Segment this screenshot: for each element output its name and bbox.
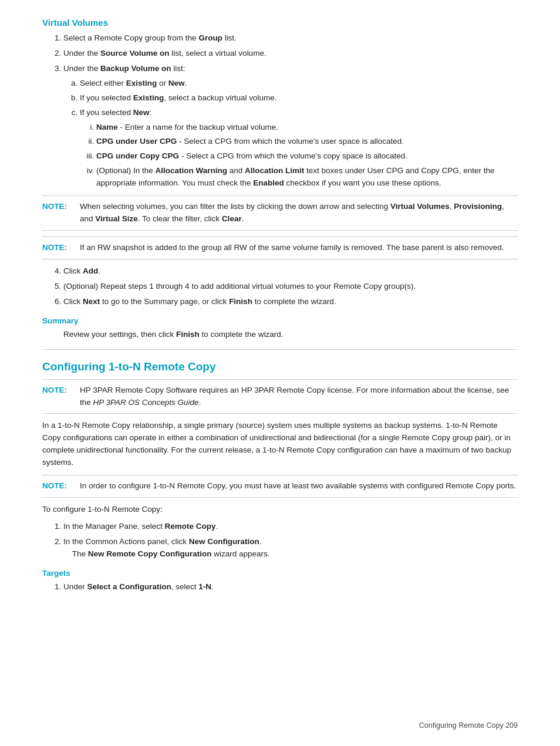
list-item: (Optional) In the Allocation Warning and… <box>96 165 518 190</box>
targets-section: Targets Under Select a Configuration, se… <box>42 569 518 593</box>
bold-text: Existing <box>133 93 164 102</box>
configuring-body1: In a 1-to-N Remote Copy relationship, a … <box>42 420 518 469</box>
list-item: If you selected New: Name - Enter a name… <box>80 107 518 190</box>
bold-text: Name <box>96 123 118 131</box>
summary-heading: Summary <box>42 316 518 325</box>
configuring-steps: In the Manager Pane, select Remote Copy.… <box>63 521 518 561</box>
bold-text: Provisioning <box>454 202 502 211</box>
note-label: NOTE: <box>42 384 73 397</box>
bold-text: New <box>133 108 150 117</box>
note-text: When selecting volumes, you can filter t… <box>80 201 518 225</box>
note-label: NOTE: <box>42 201 73 213</box>
bold-text: Clear <box>222 214 242 223</box>
note-label: NOTE: <box>42 480 73 492</box>
targets-heading: Targets <box>42 569 518 578</box>
note-text: In order to configure 1-to-N Remote Copy… <box>80 480 518 492</box>
note-label: NOTE: <box>42 242 73 254</box>
bold-text: Remote Copy <box>165 522 216 531</box>
summary-body: Review your settings, then click Finish … <box>63 329 518 341</box>
list-item: Click Next to go to the Summary page, or… <box>63 296 518 308</box>
bold-text: Enabled <box>253 178 284 187</box>
note-block-4: NOTE: In order to configure 1-to-N Remot… <box>42 475 518 498</box>
targets-list: Under Select a Configuration, select 1-N… <box>63 581 518 593</box>
list-item: Name - Enter a name for the backup virtu… <box>96 121 518 134</box>
bold-text: Add <box>83 266 98 275</box>
page-content: Virtual Volumes Select a Remote Copy gro… <box>0 0 560 637</box>
bold-text: CPG under User CPG <box>96 137 177 146</box>
bold-text: CPG under Copy CPG <box>96 151 179 160</box>
list-item: Click Add. <box>63 265 518 278</box>
sub-list-roman: Name - Enter a name for the backup virtu… <box>96 121 518 190</box>
list-item: CPG under User CPG - Select a CPG from w… <box>96 136 518 148</box>
list-item: If you selected Existing, select a backu… <box>80 92 518 104</box>
virtual-volumes-list-continued: Click Add. (Optional) Repeat steps 1 thr… <box>63 265 518 308</box>
note-block-1: NOTE: When selecting volumes, you can fi… <box>42 195 518 231</box>
note-block-3: NOTE: HP 3PAR Remote Copy Software requi… <box>42 379 518 414</box>
bold-text: Source Volume on <box>100 49 170 58</box>
list-item: Under the Backup Volume on list: Select … <box>63 63 518 190</box>
list-item: Under the Source Volume on list, select … <box>63 48 518 60</box>
bold-text: New <box>168 79 185 87</box>
bold-text: Allocation Warning <box>156 166 228 175</box>
italic-text: HP 3PAR OS Concepts Guide <box>93 398 199 407</box>
list-item: Select a Remote Copy group from the Grou… <box>63 32 518 45</box>
note-text: If an RW snapshot is added to the group … <box>80 242 518 254</box>
summary-section: Summary Review your settings, then click… <box>42 316 518 341</box>
list-item: Select either Existing or New. <box>80 77 518 90</box>
page-footer: Configuring Remote Copy 209 <box>419 721 518 730</box>
bold-text: Group <box>198 33 222 42</box>
note-text: HP 3PAR Remote Copy Software requires an… <box>80 384 518 409</box>
bold-text: 1-N <box>198 582 211 591</box>
bold-text: Select a Configuration <box>87 582 171 591</box>
bold-text: Next <box>83 297 100 306</box>
list-item: In the Common Actions panel, click New C… <box>63 536 518 561</box>
list-item: In the Manager Pane, select Remote Copy. <box>63 521 518 533</box>
sub-list-alpha: Select either Existing or New. If you se… <box>80 77 518 190</box>
note-block-2: NOTE: If an RW snapshot is added to the … <box>42 237 518 259</box>
list-item: CPG under Copy CPG - Select a CPG from w… <box>96 150 518 163</box>
bold-text: Finish <box>176 330 200 339</box>
bold-text: New Configuration <box>189 537 259 546</box>
bold-text: Virtual Size <box>95 214 138 223</box>
list-item: (Optional) Repeat steps 1 through 4 to a… <box>63 281 518 293</box>
virtual-volumes-heading: Virtual Volumes <box>42 18 518 28</box>
virtual-volumes-list: Select a Remote Copy group from the Grou… <box>63 32 518 190</box>
list-item: Under Select a Configuration, select 1-N… <box>63 581 518 593</box>
sub-text: The New Remote Copy Configuration wizard… <box>63 549 270 558</box>
bold-text: Backup Volume on <box>100 64 171 73</box>
bold-text: Existing <box>126 79 157 87</box>
configuring-heading: Configuring 1-to-N Remote Copy <box>42 360 518 373</box>
bold-text: Finish <box>229 297 252 306</box>
bold-text: New Remote Copy Configuration <box>88 549 212 558</box>
bold-text: Virtual Volumes <box>390 202 450 211</box>
section-divider <box>42 349 518 350</box>
bold-text: Allocation Limit <box>245 166 304 175</box>
configuring-intro: To configure 1-to-N Remote Copy: <box>42 504 518 516</box>
